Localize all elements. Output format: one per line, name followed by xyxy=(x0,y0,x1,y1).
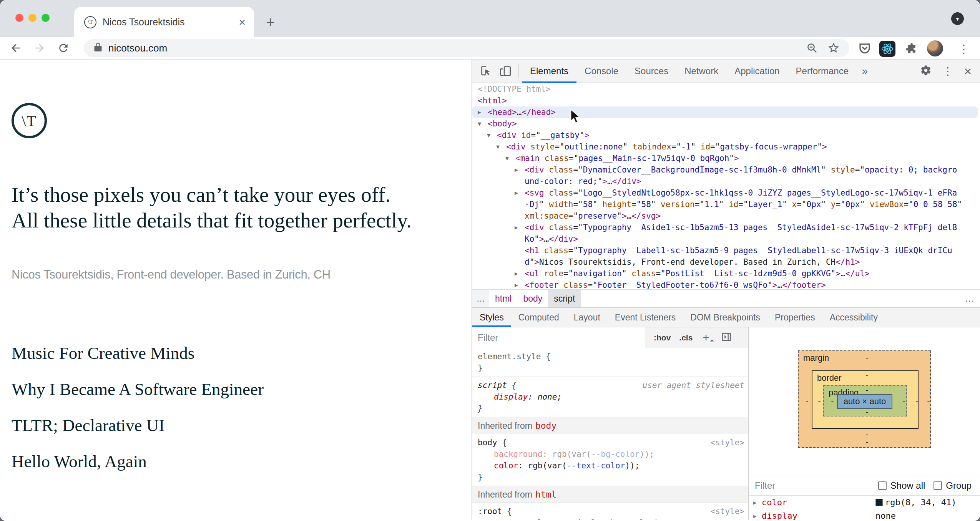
pocket-extension-icon[interactable] xyxy=(856,40,873,57)
url-text[interactable]: nicotsou.com xyxy=(108,42,167,54)
box-model-value[interactable]: - xyxy=(816,396,823,406)
css-declaration[interactable]: background: rgb(var(--bg-color)); xyxy=(478,448,748,460)
sidebar-tab-styles[interactable]: Styles xyxy=(472,308,511,327)
devtools-tab-performance[interactable]: Performance xyxy=(788,60,857,83)
post-link[interactable]: Hello World, Again xyxy=(12,451,264,488)
expand-arrow-icon[interactable]: ▶ xyxy=(478,106,488,118)
css-declaration[interactable]: --text-color: var(--leather-value); xyxy=(478,517,748,520)
box-model-value[interactable]: - xyxy=(863,407,871,417)
collapse-arrow-icon[interactable]: ▼ xyxy=(496,141,506,153)
breadcrumb-item-body[interactable]: body xyxy=(517,290,548,307)
box-model-value[interactable]: - xyxy=(900,396,908,406)
browser-tab[interactable]: \T Nicos Tsourektsidis × xyxy=(74,7,254,37)
zoom-window-button[interactable] xyxy=(42,14,50,22)
dom-tree-row[interactable]: xml:space="preserve">…</svg> xyxy=(472,210,980,222)
expand-arrow-icon[interactable]: ▶ xyxy=(515,187,525,199)
address-bar[interactable]: nicotsou.com xyxy=(84,39,849,57)
box-model-value[interactable]: - xyxy=(863,353,871,363)
styles-filter-input[interactable] xyxy=(472,327,645,348)
inspect-element-icon[interactable] xyxy=(479,64,493,78)
expand-arrow-icon[interactable]: ▶ xyxy=(515,164,525,176)
box-model-value[interactable]: - xyxy=(863,370,871,380)
dom-tree-row[interactable]: ▶<ul role="navigation" class="PostList__… xyxy=(472,268,980,279)
breadcrumb-overflow-right[interactable]: … xyxy=(965,290,980,307)
element-classes-button[interactable]: .cls xyxy=(679,333,693,342)
reload-button[interactable] xyxy=(57,41,70,55)
group-checkbox[interactable] xyxy=(933,481,942,490)
show-all-checkbox[interactable] xyxy=(878,481,887,490)
lock-icon[interactable] xyxy=(94,42,102,54)
browser-menu-icon[interactable]: ⋮ xyxy=(955,40,972,57)
dom-tree-row[interactable]: ▼<body> xyxy=(472,118,980,129)
inherited-node-link[interactable]: html xyxy=(535,489,556,500)
devtools-tab-application[interactable]: Application xyxy=(726,60,787,83)
devtools-tab-sources[interactable]: Sources xyxy=(626,60,676,83)
sidebar-tab-properties[interactable]: Properties xyxy=(767,308,822,327)
dom-tree-row[interactable]: ▶<head>…</head> xyxy=(472,106,978,118)
expand-arrow-icon[interactable]: ▶ xyxy=(753,513,762,519)
sidebar-tab-accessibility[interactable]: Accessibility xyxy=(822,308,885,327)
dom-tree-row[interactable]: und-color: red;">…</div> xyxy=(472,176,980,187)
collapse-arrow-icon[interactable]: ▼ xyxy=(505,153,515,164)
dom-tree-row[interactable]: <!DOCTYPE html> xyxy=(472,83,980,95)
box-model-value[interactable]: - xyxy=(829,396,836,406)
new-style-rule-button[interactable]: + xyxy=(703,332,709,343)
box-model-value[interactable]: - xyxy=(913,396,921,406)
more-tabs-icon[interactable]: » xyxy=(857,65,873,77)
rule-origin[interactable]: <style> xyxy=(710,506,744,517)
css-rule[interactable]: <style>body {background: rgb(var(--bg-co… xyxy=(472,434,748,486)
forward-button[interactable] xyxy=(33,41,46,55)
tab-search-button[interactable]: ▼ xyxy=(951,12,964,25)
box-model-value[interactable]: - xyxy=(803,396,811,406)
expand-arrow-icon[interactable]: ▶ xyxy=(515,279,525,289)
settings-gear-icon[interactable] xyxy=(920,65,932,78)
dom-tree-row[interactable]: <html> xyxy=(472,95,980,106)
post-link[interactable]: TLTR; Declarative UI xyxy=(12,415,264,451)
breadcrumb-item-script[interactable]: script xyxy=(548,290,581,307)
computed-property-row[interactable]: ▶colorrgb(8, 34, 41) xyxy=(749,496,980,509)
css-rule[interactable]: user agent stylesheetscript {display: no… xyxy=(472,377,748,417)
device-toolbar-icon[interactable] xyxy=(498,64,512,78)
dom-tree-row[interactable]: -Dj" width="58" height="58" version="1.1… xyxy=(472,199,980,210)
sidebar-tab-event-listeners[interactable]: Event Listeners xyxy=(608,308,683,327)
dom-tree-row[interactable]: d">Nicos Tsourektsidis, Front-end develo… xyxy=(472,256,980,268)
devtools-tab-network[interactable]: Network xyxy=(676,60,726,83)
css-rule[interactable]: <style>:root {--text-color: var(--leathe… xyxy=(472,503,748,520)
dom-tree-row[interactable]: ▼<div id="__gatsby"> xyxy=(472,129,980,141)
profile-avatar[interactable] xyxy=(927,40,943,56)
breadcrumb-overflow-left[interactable]: … xyxy=(472,290,489,307)
dom-tree-row[interactable]: ▶<footer class="Footer__StyledFooter-to6… xyxy=(472,279,980,289)
box-model-content[interactable]: auto × auto xyxy=(837,394,892,409)
minimize-window-button[interactable] xyxy=(28,14,37,22)
expand-arrow-icon[interactable]: ▶ xyxy=(515,268,525,279)
box-model-value[interactable]: - xyxy=(925,396,932,406)
close-window-button[interactable] xyxy=(15,14,23,22)
post-link[interactable]: Why I Became A Software Engineer xyxy=(12,379,264,415)
expand-arrow-icon[interactable]: ▶ xyxy=(515,222,525,233)
dom-tree-row[interactable]: <h1 class="Typography__Label1-sc-1b5azm5… xyxy=(472,245,980,256)
extensions-puzzle-icon[interactable] xyxy=(903,40,920,57)
sidebar-tab-dom-breakpoints[interactable]: DOM Breakpoints xyxy=(683,308,767,327)
back-button[interactable] xyxy=(9,41,22,55)
sidebar-tab-computed[interactable]: Computed xyxy=(511,308,566,327)
css-rule[interactable]: element.style {} xyxy=(472,348,748,377)
site-logo[interactable]: \T xyxy=(12,103,47,138)
css-var-link[interactable]: --bg-color xyxy=(591,450,639,459)
inherited-node-link[interactable]: body xyxy=(535,420,556,431)
breadcrumb-item-html[interactable]: html xyxy=(489,290,517,307)
post-link[interactable]: Music For Creative Minds xyxy=(12,343,264,379)
sidebar-tab-layout[interactable]: Layout xyxy=(566,308,608,327)
toggle-computed-sidebar-icon[interactable] xyxy=(721,332,732,344)
devtools-menu-icon[interactable]: ⋮ xyxy=(942,65,953,78)
box-model-value[interactable]: - xyxy=(863,385,871,395)
box-model-value[interactable]: - xyxy=(863,437,871,447)
dom-tree-row[interactable]: ▼<div style="outline:none" tabindex="-1"… xyxy=(472,141,980,153)
computed-property-row[interactable]: ▶displaynone xyxy=(749,509,980,520)
css-declaration[interactable]: display: none; xyxy=(478,391,748,403)
color-swatch[interactable] xyxy=(875,499,883,506)
zoom-out-icon[interactable] xyxy=(806,42,818,54)
css-var-link[interactable]: --leather-value xyxy=(581,518,654,520)
collapse-arrow-icon[interactable]: ▼ xyxy=(487,129,497,141)
computed-filter-input[interactable] xyxy=(749,480,860,491)
box-model-diagram[interactable]: margin border padding auto × auto ------… xyxy=(798,350,931,448)
